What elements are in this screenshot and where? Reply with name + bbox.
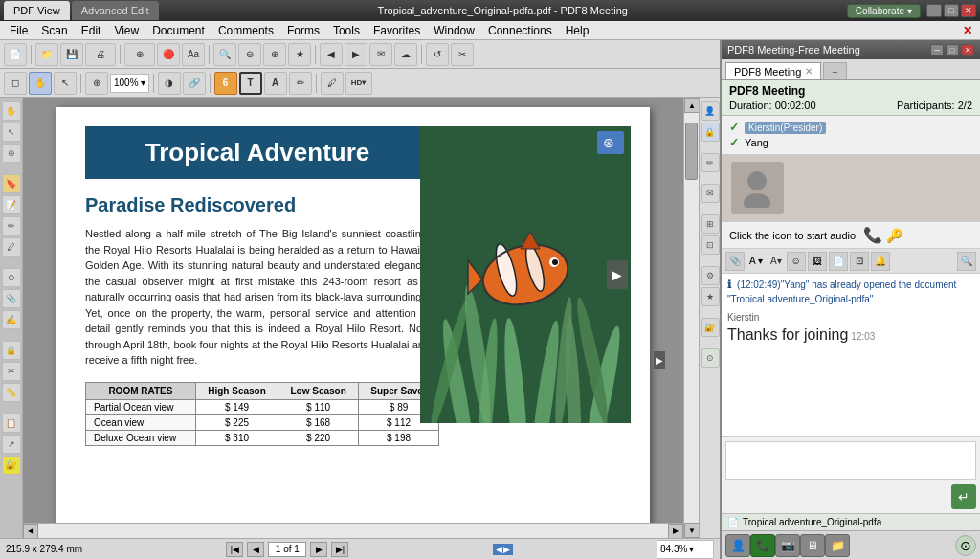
meeting-person-btn[interactable]: 👤 <box>725 534 750 557</box>
tab-pdf8-meeting[interactable]: PDF8 Meeting ✕ <box>725 62 821 79</box>
rs-down-circle-icon[interactable]: ⊙ <box>701 348 720 368</box>
sidebar-attach-icon[interactable]: 📎 <box>2 289 21 308</box>
send-button[interactable]: ↵ <box>951 484 976 509</box>
rs-lock-icon[interactable]: 🔒 <box>701 123 720 142</box>
tb2-hand-btn[interactable]: ✋ <box>29 72 52 95</box>
chat-screen-btn[interactable]: ⊡ <box>850 252 869 271</box>
menu-file[interactable]: File <box>4 23 33 38</box>
tab-advanced-edit[interactable]: Advanced Edit <box>72 1 159 20</box>
menu-connections[interactable]: Connections <box>482 23 558 38</box>
tab-pdf-view[interactable]: PDF View <box>4 1 70 20</box>
maximize-button[interactable]: □ <box>944 4 959 17</box>
tb-zoom-out-btn[interactable]: ⊖ <box>238 43 261 66</box>
rs-person-icon[interactable]: 👤 <box>701 101 720 121</box>
tb-email-btn[interactable]: ✉ <box>369 43 392 66</box>
tb-crop-btn[interactable]: ✂ <box>451 43 474 66</box>
sidebar-highlight-icon[interactable]: 🖊 <box>2 237 21 257</box>
chat-image-btn[interactable]: 🖼 <box>808 252 827 271</box>
last-page-btn[interactable]: ▶| <box>331 542 348 557</box>
sidebar-stamp-icon[interactable]: ⊙ <box>2 268 21 287</box>
tab-close-icon[interactable]: ✕ <box>805 66 813 77</box>
menu-close-button[interactable]: ✕ <box>959 24 976 37</box>
key-icon[interactable]: 🔑 <box>886 228 902 243</box>
chat-attach-btn[interactable]: 📎 <box>725 252 745 271</box>
sidebar-note-icon[interactable]: 📝 <box>2 195 21 214</box>
tb2-highlight-btn[interactable]: 🖊 <box>321 72 344 95</box>
sidebar-bookmark-icon[interactable]: 🔖 <box>2 174 21 193</box>
tb2-text-btn[interactable]: T <box>239 72 262 95</box>
rs-lock2-icon[interactable]: 🔐 <box>701 318 720 337</box>
zoom-dropdown[interactable]: 84.3% ▾ <box>657 540 714 559</box>
rs-email-icon[interactable]: ✉ <box>701 184 720 203</box>
meeting-camera-btn[interactable]: 📷 <box>775 534 800 557</box>
rs-grid-icon[interactable]: ⊞ <box>701 214 720 234</box>
rs-settings-icon[interactable]: ⚙ <box>701 266 720 285</box>
first-page-btn[interactable]: |◀ <box>226 542 243 557</box>
menu-window[interactable]: Window <box>428 23 480 38</box>
pdf-scroll-container[interactable]: ▶ Tropical Adventure Paradise Rediscover… <box>23 98 683 538</box>
meeting-close-btn[interactable]: ✕ <box>961 44 974 56</box>
meeting-folder-btn[interactable]: 📁 <box>825 534 850 557</box>
tb-cloud-btn[interactable]: ☁ <box>394 43 417 66</box>
sidebar-measure-icon[interactable]: 📏 <box>2 383 21 402</box>
tb-scan-btn[interactable]: ⊕ <box>124 43 155 66</box>
menu-help[interactable]: Help <box>560 23 595 38</box>
tb-zoom-in-btn[interactable]: ⊕ <box>263 43 286 66</box>
menu-scan[interactable]: Scan <box>35 23 73 38</box>
tb-forward-btn[interactable]: ▶ <box>345 43 368 66</box>
rs-grid2-icon[interactable]: ⊡ <box>701 235 720 255</box>
prev-page-btn[interactable]: ◀ <box>247 542 264 557</box>
meeting-phone-btn[interactable]: 📞 <box>750 534 775 557</box>
hscroll-right-btn[interactable]: ▶ <box>668 524 683 539</box>
sidebar-hand-icon[interactable]: ✋ <box>2 101 21 121</box>
meeting-minimize-btn[interactable]: ─ <box>930 44 944 56</box>
nav-right-arrow[interactable]: ▶ <box>503 545 510 554</box>
menu-comments[interactable]: Comments <box>212 23 279 38</box>
vscroll-down-btn[interactable]: ▼ <box>684 523 700 538</box>
tb2-zoom-btn[interactable]: ⊕ <box>85 72 108 95</box>
rs-pencil-icon[interactable]: ✏ <box>701 153 720 172</box>
sidebar-arrow-icon[interactable]: ↖ <box>2 123 21 142</box>
menu-document[interactable]: Document <box>146 23 211 38</box>
tb2-snapshot-btn[interactable]: ◑ <box>158 72 181 95</box>
sidebar-crop-icon[interactable]: ✂ <box>2 362 21 381</box>
sidebar-security-icon[interactable]: 🔐 <box>2 456 21 475</box>
rs-star-icon[interactable]: ★ <box>701 287 720 306</box>
tab-add[interactable]: + <box>823 62 846 79</box>
nav-left-arrow[interactable]: ◀ <box>496 545 502 554</box>
chat-search-btn[interactable]: 🔍 <box>957 252 976 271</box>
tb-back-btn[interactable]: ◀ <box>320 43 343 66</box>
tb-bookmark-btn[interactable]: ★ <box>288 43 311 66</box>
meeting-maximize-btn[interactable]: □ <box>946 44 959 56</box>
tb-print-btn[interactable]: 🖨 <box>85 43 116 66</box>
chat-font-dropdown[interactable]: A ▾ <box>746 256 766 266</box>
tb-ocr-btn[interactable]: Aa <box>182 43 205 66</box>
meeting-down-btn[interactable]: ⊙ <box>955 535 976 556</box>
tb-open-btn[interactable]: 📁 <box>35 43 58 66</box>
tb2-stamp-btn[interactable]: 6 <box>214 72 237 95</box>
next-page-btn[interactable]: ▶ <box>310 542 327 557</box>
page-number-input[interactable] <box>268 542 306 557</box>
page-nav-arrow[interactable]: ▶ <box>654 351 665 369</box>
sidebar-form-icon[interactable]: 📋 <box>2 414 21 433</box>
sidebar-zoom-icon[interactable]: ⊕ <box>2 144 21 163</box>
sidebar-sign-icon[interactable]: ✍ <box>2 310 21 329</box>
chat-doc-btn[interactable]: 📄 <box>829 252 848 271</box>
meeting-screen-btn[interactable]: 🖥 <box>800 534 825 557</box>
chat-input-field[interactable] <box>725 441 976 480</box>
phone-icon[interactable]: 📞 <box>863 226 882 244</box>
vscroll-thumb[interactable] <box>685 123 698 180</box>
menu-favorites[interactable]: Favorites <box>368 23 426 38</box>
tb2-font-btn[interactable]: A <box>264 72 287 95</box>
tb2-link-btn[interactable]: 🔗 <box>183 72 206 95</box>
sidebar-share-icon[interactable]: ↗ <box>2 435 21 454</box>
menu-view[interactable]: View <box>108 23 145 38</box>
tb2-arrow-btn[interactable]: ↖ <box>54 72 77 95</box>
tb2-zoom-dropdown[interactable]: 100% ▾ <box>110 74 149 93</box>
minimize-button[interactable]: ─ <box>926 4 942 17</box>
tb-rotate-btn[interactable]: ↺ <box>426 43 449 66</box>
tb-search-btn[interactable]: 🔍 <box>213 43 236 66</box>
tb2-edit-btn[interactable]: ✏ <box>289 72 312 95</box>
menu-edit[interactable]: Edit <box>76 23 107 38</box>
tb-save-btn[interactable]: 💾 <box>60 43 83 66</box>
